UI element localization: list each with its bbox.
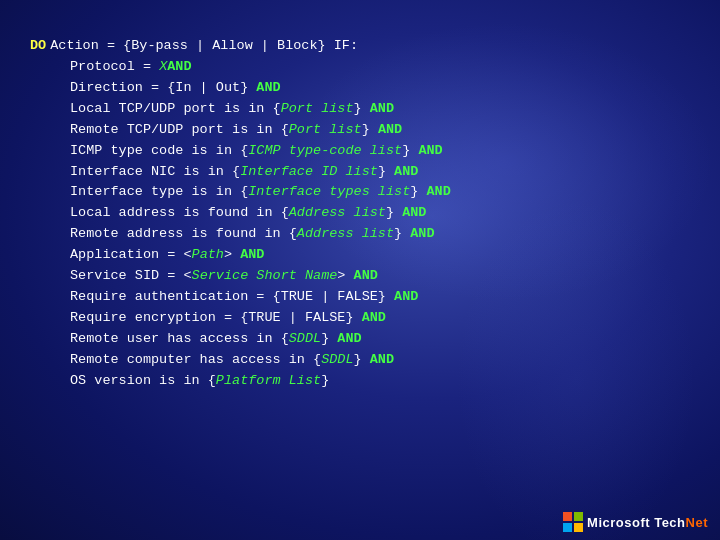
code-text: Application = < <box>70 245 192 266</box>
and-keyword: AND <box>370 350 394 371</box>
code-line: DO Action = {By-pass | Allow | Block} IF… <box>30 36 690 57</box>
code-text: ICMP type code is in { <box>70 141 248 162</box>
code-text: } <box>410 182 426 203</box>
variable-text: SDDL <box>321 350 353 371</box>
and-keyword: AND <box>362 308 386 329</box>
code-line: Require encryption = {TRUE | FALSE} AND <box>30 308 690 329</box>
footer-logo: Microsoft TechNet <box>563 512 708 532</box>
variable-text: Path <box>192 245 224 266</box>
code-indent <box>30 371 70 392</box>
code-text: OS version is in { <box>70 371 216 392</box>
variable-text: Address list <box>289 203 386 224</box>
code-text: Remote address is found in { <box>70 224 297 245</box>
variable-text: Address list <box>297 224 394 245</box>
code-line: Require authentication = {TRUE | FALSE} … <box>30 287 690 308</box>
code-indent <box>30 120 70 141</box>
code-indent <box>30 162 70 183</box>
code-text: Local address is found in { <box>70 203 289 224</box>
code-indent <box>30 203 70 224</box>
code-text: Direction = {In | Out} <box>70 78 256 99</box>
code-line: Interface type is in {Interface types li… <box>30 182 690 203</box>
code-indent <box>30 245 70 266</box>
code-line: Local TCP/UDP port is in {Port list} AND <box>30 99 690 120</box>
and-keyword: AND <box>354 266 378 287</box>
code-text: Interface NIC is in { <box>70 162 240 183</box>
code-line: Remote computer has access in {SDDL} AND <box>30 350 690 371</box>
variable-text: Service Short Name <box>192 266 338 287</box>
code-line: OS version is in {Platform List} <box>30 371 690 392</box>
code-text: } <box>402 141 418 162</box>
code-text: } <box>354 99 370 120</box>
variable-text: Port list <box>289 120 362 141</box>
code-text: } <box>362 120 378 141</box>
code-text: Remote computer has access in { <box>70 350 321 371</box>
technet-net-text: Net <box>686 515 708 530</box>
and-keyword: AND <box>337 329 361 350</box>
code-text: Local TCP/UDP port is in { <box>70 99 281 120</box>
variable-text: Interface ID list <box>240 162 378 183</box>
variable-text: Interface types list <box>248 182 410 203</box>
variable-text: SDDL <box>289 329 321 350</box>
code-indent <box>30 329 70 350</box>
and-keyword: AND <box>256 78 280 99</box>
code-text: Service SID = < <box>70 266 192 287</box>
and-keyword: AND <box>394 162 418 183</box>
code-line: Remote TCP/UDP port is in {Port list} AN… <box>30 120 690 141</box>
and-keyword: AND <box>426 182 450 203</box>
code-indent <box>30 350 70 371</box>
code-indent <box>30 224 70 245</box>
and-keyword: AND <box>378 120 402 141</box>
code-indent <box>30 182 70 203</box>
code-line: Local address is found in {Address list}… <box>30 203 690 224</box>
code-text: Remote user has access in { <box>70 329 289 350</box>
code-text: } <box>386 203 402 224</box>
code-text: > <box>224 245 240 266</box>
code-indent <box>30 99 70 120</box>
ms-logo-yellow <box>574 523 583 532</box>
code-text: Require encryption = {TRUE | FALSE} <box>70 308 362 329</box>
variable-text: Port list <box>281 99 354 120</box>
code-text: } <box>394 224 410 245</box>
code-text: Interface type is in { <box>70 182 248 203</box>
code-text: } <box>354 350 370 371</box>
code-line: ICMP type code is in {ICMP type-code lis… <box>30 141 690 162</box>
code-line: Remote address is found in {Address list… <box>30 224 690 245</box>
and-keyword: AND <box>167 57 191 78</box>
code-indent <box>30 287 70 308</box>
code-indent <box>30 141 70 162</box>
main-content: DO Action = {By-pass | Allow | Block} IF… <box>0 0 720 402</box>
code-indent <box>30 78 70 99</box>
code-text: } <box>321 329 337 350</box>
and-keyword: AND <box>240 245 264 266</box>
code-line: Direction = {In | Out} AND <box>30 78 690 99</box>
code-text: } <box>321 371 329 392</box>
ms-logo-red <box>563 512 572 521</box>
code-text: Protocol = <box>70 57 159 78</box>
code-text: } <box>378 162 394 183</box>
code-line: Service SID = <Service Short Name> AND <box>30 266 690 287</box>
code-line: Application = <Path> AND <box>30 245 690 266</box>
and-keyword: AND <box>394 287 418 308</box>
code-text: Action = {By-pass | Allow | Block} <box>50 36 334 57</box>
and-keyword: AND <box>410 224 434 245</box>
variable-text: X <box>159 57 167 78</box>
technet-tech-text: Microsoft Tech <box>587 515 686 530</box>
code-indent <box>30 57 70 78</box>
code-block: DO Action = {By-pass | Allow | Block} IF… <box>30 36 690 392</box>
code-line: Remote user has access in {SDDL} AND <box>30 329 690 350</box>
and-keyword: AND <box>402 203 426 224</box>
technet-label: Microsoft TechNet <box>587 515 708 530</box>
variable-text: ICMP type-code list <box>248 141 402 162</box>
and-keyword: AND <box>370 99 394 120</box>
code-text: > <box>337 266 353 287</box>
microsoft-logo <box>563 512 583 532</box>
code-text: IF: <box>334 36 358 57</box>
ms-logo-green <box>574 512 583 521</box>
variable-text: Platform List <box>216 371 321 392</box>
code-text: Remote TCP/UDP port is in { <box>70 120 289 141</box>
code-line: Protocol = X AND <box>30 57 690 78</box>
and-keyword: AND <box>418 141 442 162</box>
code-line: Interface NIC is in {Interface ID list} … <box>30 162 690 183</box>
code-indent <box>30 308 70 329</box>
code-indent <box>30 266 70 287</box>
